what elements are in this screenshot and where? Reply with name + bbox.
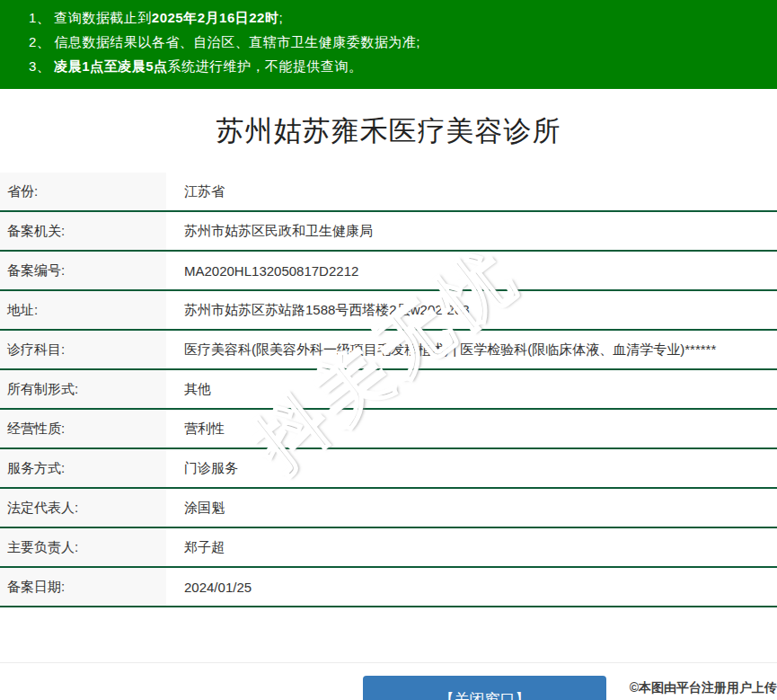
row-value: 苏州市姑苏区民政和卫生健康局 bbox=[166, 223, 777, 240]
notice-number: 2、 bbox=[29, 34, 50, 49]
row-label: 备案机关: bbox=[0, 212, 166, 250]
row-label: 经营性质: bbox=[0, 410, 166, 447]
row-value: 2024/01/25 bbox=[166, 580, 777, 595]
row-value: 营利性 bbox=[166, 421, 777, 438]
table-row-filing-number: 备案编号: MA2020HL132050817D2212 bbox=[0, 252, 777, 291]
table-row-province: 省份: 江苏省 bbox=[0, 173, 777, 212]
row-label: 主要负责人: bbox=[0, 528, 166, 566]
table-row-medical-subjects: 诊疗科目: 医疗美容科(限美容外科一级项目毛发移植术) | 医学检验科(限临床体… bbox=[0, 331, 777, 370]
notice-number: 1、 bbox=[29, 10, 50, 25]
notice-text-bold: 凌晨1点至凌晨5点 bbox=[54, 58, 167, 74]
row-value: 苏州市姑苏区苏站路1588号西塔楼2层w202-203 bbox=[166, 302, 777, 319]
row-value: 涂国魁 bbox=[166, 500, 777, 517]
notice-text: 查询数据截止到 bbox=[54, 10, 152, 25]
table-row-legal-representative: 法定代表人: 涂国魁 bbox=[0, 489, 777, 528]
page-title: 苏州姑苏雍禾医疗美容诊所 bbox=[216, 112, 561, 150]
notice-text: 信息数据结果以各省、自治区、直辖市卫生健康委数据为准; bbox=[54, 34, 420, 49]
row-label: 诊疗科目: bbox=[0, 331, 166, 368]
row-label: 省份: bbox=[0, 173, 166, 210]
row-value: 江苏省 bbox=[166, 183, 777, 200]
close-window-button[interactable]: 【关闭窗口】 bbox=[363, 676, 606, 700]
notice-number: 3、 bbox=[29, 58, 50, 74]
row-label: 所有制形式: bbox=[0, 370, 166, 408]
notice-text: 系统进行维护，不能提供查询。 bbox=[168, 58, 363, 74]
row-value: 医疗美容科(限美容外科一级项目毛发移植术) | 医学检验科(限临床体液、血清学专… bbox=[166, 341, 777, 359]
row-value: 其他 bbox=[166, 381, 777, 398]
row-value: MA2020HL132050817D2212 bbox=[166, 263, 777, 279]
notice-line-2: 2、信息数据结果以各省、自治区、直辖市卫生健康委数据为准; bbox=[0, 30, 777, 54]
footer-divider bbox=[0, 662, 777, 663]
table-row-principal: 主要负责人: 郑子超 bbox=[0, 528, 777, 568]
table-row-service-mode: 服务方式: 门诊服务 bbox=[0, 449, 777, 489]
table-row-address: 地址: 苏州市姑苏区苏站路1588号西塔楼2层w202-203 bbox=[0, 291, 777, 331]
table-row-filing-date: 备案日期: 2024/01/25 bbox=[0, 568, 777, 607]
info-table: 省份: 江苏省 备案机关: 苏州市姑苏区民政和卫生健康局 备案编号: MA202… bbox=[0, 173, 777, 607]
notice-text: ; bbox=[278, 10, 283, 25]
row-label: 地址: bbox=[0, 291, 166, 329]
title-section: 苏州姑苏雍禾医疗美容诊所 bbox=[0, 89, 777, 173]
row-value: 郑子超 bbox=[166, 539, 777, 556]
row-label: 服务方式: bbox=[0, 449, 166, 487]
notice-line-3: 3、凌晨1点至凌晨5点系统进行维护，不能提供查询。 bbox=[0, 54, 777, 78]
row-value: 门诊服务 bbox=[166, 460, 777, 477]
notice-text-bold: 2025年2月16日22时 bbox=[152, 10, 279, 25]
notice-line-1: 1、查询数据截止到2025年2月16日22时; bbox=[0, 5, 777, 30]
row-label: 法定代表人: bbox=[0, 489, 166, 527]
table-row-filing-authority: 备案机关: 苏州市姑苏区民政和卫生健康局 bbox=[0, 212, 777, 252]
notice-header: 1、查询数据截止到2025年2月16日22时; 2、信息数据结果以各省、自治区、… bbox=[0, 0, 777, 89]
row-label: 备案日期: bbox=[0, 568, 166, 606]
row-label: 备案编号: bbox=[0, 252, 166, 289]
table-row-operation-nature: 经营性质: 营利性 bbox=[0, 410, 777, 449]
table-row-ownership: 所有制形式: 其他 bbox=[0, 370, 777, 410]
copyright-watermark: ©本图由平台注册用户上传 bbox=[630, 680, 777, 696]
